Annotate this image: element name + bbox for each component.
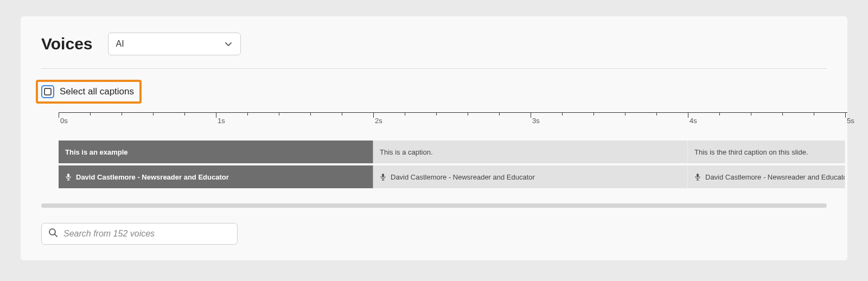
caption-track: This is an exampleThis is a caption.This… <box>41 140 847 163</box>
tick-minor <box>751 112 751 116</box>
voice-segment[interactable]: David Castlemore - Newsreader and Educat… <box>373 165 688 188</box>
search-icon <box>48 228 58 240</box>
caption-segment[interactable]: This is an example <box>59 140 373 163</box>
tick-major <box>531 112 531 118</box>
microphone-icon <box>65 173 72 181</box>
caption-text: This is a caption. <box>380 148 433 156</box>
svg-rect-3 <box>382 174 384 177</box>
dropdown-value: AI <box>116 39 124 49</box>
timeline-scrollbar[interactable] <box>41 203 827 208</box>
voice-name: David Castlemore - Newsreader and Educat… <box>391 173 535 181</box>
tick-label: 5s <box>847 117 854 125</box>
voice-segment[interactable]: David Castlemore - Newsreader and Educat… <box>688 165 845 188</box>
tick-minor <box>656 112 657 116</box>
timeline-line <box>59 112 847 113</box>
tick-major <box>216 112 216 118</box>
voice-search-box[interactable] <box>41 223 238 245</box>
tick-minor <box>153 112 154 116</box>
tick-minor <box>814 112 814 116</box>
select-all-row: Select all captions <box>21 69 847 112</box>
tick-minor <box>90 112 91 116</box>
microphone-icon <box>694 173 701 181</box>
tick-minor <box>279 112 279 116</box>
tick-minor <box>405 112 405 116</box>
voice-name: David Castlemore - Newsreader and Educat… <box>705 173 845 181</box>
caption-segment[interactable]: This is the third caption on this slide. <box>688 140 845 163</box>
tick-minor <box>342 112 342 116</box>
select-all-label: Select all captions <box>60 86 134 97</box>
tick-major <box>845 112 846 118</box>
voice-type-dropdown[interactable]: AI <box>108 33 241 55</box>
voice-segment[interactable]: David Castlemore - Newsreader and Educat… <box>59 165 373 188</box>
svg-rect-0 <box>67 174 69 177</box>
tick-major <box>688 112 688 118</box>
voice-track: David Castlemore - Newsreader and Educat… <box>41 165 847 188</box>
header-row: Voices AI <box>21 33 847 68</box>
tick-minor <box>247 112 248 116</box>
caption-text: This is the third caption on this slide. <box>694 148 808 156</box>
tick-major <box>59 112 59 118</box>
tick-minor <box>625 112 626 116</box>
page-title: Voices <box>41 35 93 53</box>
voice-search-input[interactable] <box>63 229 231 239</box>
tick-major <box>373 112 374 118</box>
tick-minor <box>782 112 783 116</box>
tick-label: 2s <box>375 117 382 125</box>
tick-minor <box>719 112 720 116</box>
svg-rect-6 <box>697 174 699 177</box>
tick-label: 4s <box>690 117 697 125</box>
tick-minor <box>184 112 185 116</box>
voices-panel: Voices AI Select all captions 0s1s2s3s4s… <box>21 16 847 260</box>
caption-segment[interactable]: This is a caption. <box>373 140 688 163</box>
tick-label: 0s <box>60 117 68 125</box>
tick-minor <box>310 112 311 116</box>
select-all-checkbox[interactable] <box>41 85 54 98</box>
checkbox-icon <box>44 88 52 95</box>
caption-tracks: This is an exampleThis is a caption.This… <box>41 140 847 188</box>
voice-name: David Castlemore - Newsreader and Educat… <box>76 173 229 181</box>
tick-minor <box>468 112 468 116</box>
tick-minor <box>436 112 437 116</box>
select-all-highlight: Select all captions <box>36 80 142 104</box>
tick-minor <box>593 112 594 116</box>
svg-line-10 <box>55 234 57 237</box>
tick-minor <box>122 112 122 116</box>
tick-minor <box>562 112 563 116</box>
tick-minor <box>499 112 500 116</box>
timeline-ruler: 0s1s2s3s4s5s <box>41 112 847 126</box>
tick-label: 3s <box>532 117 540 125</box>
caption-text: This is an example <box>65 148 128 156</box>
tick-label: 1s <box>218 117 225 125</box>
search-row <box>41 223 847 245</box>
chevron-down-icon <box>224 40 233 48</box>
microphone-icon <box>380 173 386 181</box>
